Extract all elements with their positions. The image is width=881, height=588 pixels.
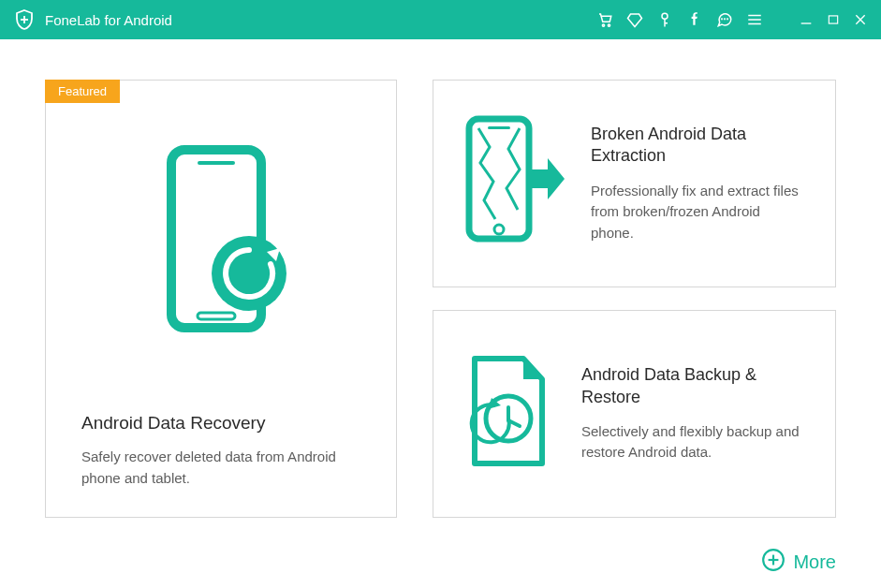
key-icon[interactable] xyxy=(656,11,673,28)
more-label: More xyxy=(793,551,836,573)
titlebar: FoneLab for Android xyxy=(0,0,881,39)
svg-rect-21 xyxy=(469,119,529,239)
file-backup-icon xyxy=(462,351,555,477)
svg-point-23 xyxy=(494,225,504,234)
phone-recovery-icon xyxy=(151,142,291,352)
menu-icon[interactable] xyxy=(746,11,763,28)
svg-point-9 xyxy=(727,19,728,20)
card-desc: Professionally fix and extract files fro… xyxy=(591,181,803,244)
card-desc: Safely recover deleted data from Android… xyxy=(81,447,360,489)
svg-point-3 xyxy=(608,24,609,26)
plus-circle-icon xyxy=(761,548,786,577)
card-desc: Selectively and flexibly backup and rest… xyxy=(581,421,803,463)
svg-point-8 xyxy=(725,19,726,20)
svg-point-2 xyxy=(602,24,604,26)
card-broken-android-extraction[interactable]: Broken Android Data Extraction Professio… xyxy=(433,80,836,287)
minimize-icon[interactable] xyxy=(799,12,814,27)
svg-point-7 xyxy=(722,19,723,20)
facebook-icon[interactable] xyxy=(686,11,703,28)
svg-rect-18 xyxy=(198,161,235,165)
card-title: Broken Android Data Extraction xyxy=(591,124,803,168)
svg-point-4 xyxy=(662,13,668,19)
app-logo-icon xyxy=(13,8,36,31)
svg-rect-14 xyxy=(829,16,837,23)
diamond-icon[interactable] xyxy=(626,11,643,28)
card-title: Android Data Recovery xyxy=(81,413,360,434)
card-title: Android Data Backup & Restore xyxy=(581,364,803,408)
featured-badge: Featured xyxy=(45,80,120,103)
card-android-data-recovery[interactable]: Featured Android Data Recovery Safely re… xyxy=(45,80,397,518)
svg-rect-19 xyxy=(198,313,235,319)
main-content: Featured Android Data Recovery Safely re… xyxy=(0,39,881,537)
svg-rect-22 xyxy=(488,126,510,129)
feedback-icon[interactable] xyxy=(716,11,733,28)
cart-icon[interactable] xyxy=(596,11,613,28)
maximize-icon[interactable] xyxy=(827,13,840,26)
app-title: FoneLab for Android xyxy=(45,12,172,28)
broken-phone-icon xyxy=(462,111,565,256)
card-android-backup-restore[interactable]: Android Data Backup & Restore Selectivel… xyxy=(433,310,836,518)
close-icon[interactable] xyxy=(853,12,868,27)
more-button[interactable]: More xyxy=(761,548,836,577)
